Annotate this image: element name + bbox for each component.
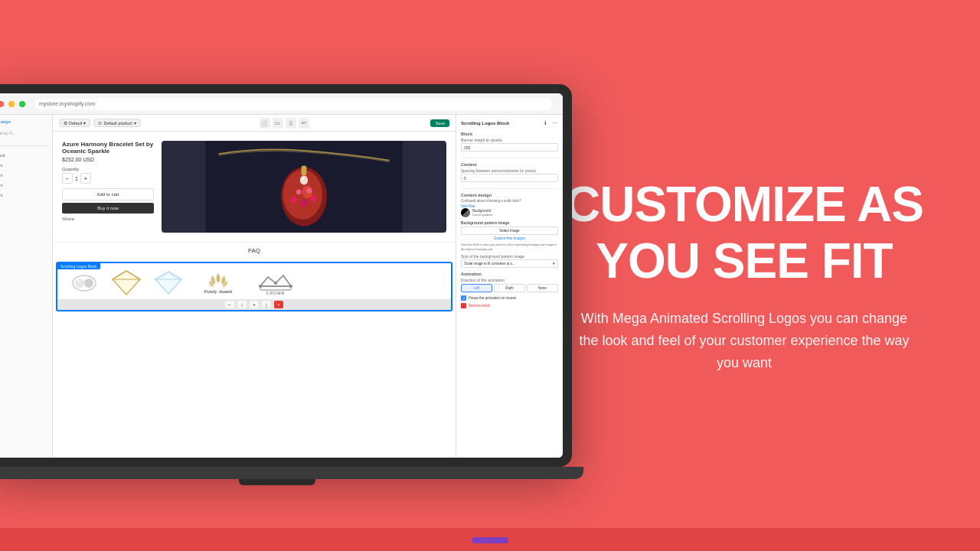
select-image-btn[interactable]: Select Image — [461, 227, 558, 235]
sidebar-item-3[interactable]: Item — [0, 171, 49, 179]
default-icon: ⚙ — [64, 120, 67, 126]
desktop-icon[interactable]: ⬜ — [260, 118, 270, 129]
explore-link[interactable]: Explore free Images — [461, 236, 558, 240]
default-product-dropdown[interactable]: ⊙ Default product ▾ — [93, 119, 140, 127]
logo-ctrl-5[interactable]: × — [274, 301, 283, 308]
svg-point-31 — [289, 285, 292, 288]
editor-main: ⚙ Default ▾ ⊙ Default product ▾ ⬜ — [53, 115, 456, 458]
default-label: Default — [69, 121, 82, 126]
pause-checkbox-row: ✓ Pause the animation on mouse — [461, 295, 558, 301]
sidebar-item-5[interactable]: Item — [0, 191, 49, 199]
right-text-section: CUSTOMIZE AS YOU SEE FIT With Mega Anima… — [539, 146, 980, 405]
logo-ctrl-4[interactable]: ⋮ — [262, 301, 271, 308]
headline-line2: YOU SEE FIT — [596, 233, 892, 289]
banner-height-label: Banner height (in pixels) — [461, 138, 558, 142]
product-chevron: ▾ — [134, 121, 136, 126]
right-panel: Scrolling Logos Block ℹ ⋯ Block Banner h… — [456, 115, 563, 458]
dot-green — [19, 101, 25, 107]
svg-text:Purely Jewels: Purely Jewels — [204, 289, 232, 294]
mobile-icon[interactable]: ▯ — [286, 118, 296, 129]
panel-info-icon[interactable]: ℹ — [541, 119, 549, 127]
bottom-bar — [0, 528, 980, 551]
svg-point-10 — [302, 178, 304, 180]
buy-now-btn[interactable]: Buy it now — [62, 203, 154, 214]
topbar-icons-group: ⬜ ▭ ▯ ↩ — [260, 118, 309, 129]
pause-label: Pause the animation on mouse — [469, 296, 516, 300]
bg-pattern-label: Background pattern image — [461, 220, 558, 225]
svg-point-4 — [291, 197, 298, 204]
sidebar-item-4[interactable]: Item — [0, 181, 49, 189]
sidebar-item-2[interactable]: Item — [0, 161, 49, 169]
remove-block-row: Remove block — [461, 303, 558, 308]
svg-point-30 — [274, 282, 277, 285]
background-option: Background Linear gradient — [461, 208, 558, 217]
svg-rect-11 — [302, 166, 307, 176]
logo-ctrl-2[interactable]: ↓ — [237, 301, 247, 308]
content-section-title: Content — [461, 162, 558, 167]
product-icon: ⊙ — [98, 120, 102, 126]
panel-divider-1 — [461, 158, 558, 158]
logo-1 — [69, 269, 100, 296]
bg-size-label: Size of the background pattern image — [461, 254, 558, 259]
dir-none-btn[interactable]: None — [527, 284, 558, 292]
banner-height-input[interactable] — [461, 143, 558, 152]
undo-icon[interactable]: ↩ — [299, 118, 309, 129]
product-price: $232.00 USD — [62, 157, 154, 162]
panel-icons: ℹ ⋯ — [541, 119, 558, 127]
svg-point-8 — [306, 188, 312, 194]
img-btn-row: Select Image — [461, 227, 558, 235]
panel-header: Scrolling Logos Block ℹ ⋯ — [461, 119, 558, 127]
dir-right-btn[interactable]: Right — [494, 284, 525, 292]
save-button[interactable]: Save — [430, 119, 449, 127]
logo-ctrl-3[interactable]: + — [250, 301, 259, 308]
content-design-title: Content design — [461, 193, 558, 197]
default-chevron: ▾ — [83, 121, 86, 126]
logo-ctrl-1[interactable]: ← — [225, 301, 234, 308]
product-content: Azure Harmony Bracelet Set by Oceanic Sp… — [53, 132, 456, 242]
pause-checkbox[interactable]: ✓ — [461, 295, 466, 301]
share-link[interactable]: Share — [62, 217, 154, 221]
faq-section: FAQ — [53, 242, 456, 259]
faq-label: FAQ — [248, 247, 260, 254]
svg-point-9 — [300, 175, 308, 184]
qty-plus[interactable]: + — [80, 173, 91, 184]
quantity-control: − 1 + — [62, 173, 154, 184]
left-sidebar: Change ...set by O... Block Item Item It… — [0, 115, 53, 458]
direction-btns: Left Right None — [461, 284, 558, 292]
laptop-section: mystore.myshopify.com Change ...set by O… — [0, 0, 539, 551]
sidebar-change[interactable]: Change — [0, 118, 49, 126]
default-dropdown[interactable]: ⚙ Default ▾ — [59, 119, 90, 127]
bottom-btn[interactable] — [472, 537, 508, 543]
svg-point-7 — [296, 189, 302, 194]
panel-more-icon[interactable]: ⋯ — [550, 119, 558, 127]
url-text: mystore.myshopify.com — [39, 101, 95, 106]
panel-divider-2 — [461, 188, 558, 189]
dir-left-btn[interactable]: Left — [461, 284, 492, 292]
dot-red — [0, 101, 4, 107]
headline-line1: CUSTOMIZE AS — [565, 177, 923, 232]
bg-size-value: Scale image to fit container at s... — [464, 262, 515, 266]
small-text-block: Use this field in case you want to add a… — [461, 243, 558, 251]
remove-label[interactable]: Remove block — [469, 304, 491, 308]
product-info: Azure Harmony Bracelet Set by Oceanic Sp… — [62, 141, 154, 233]
svg-marker-17 — [113, 271, 140, 295]
browser-url: mystore.myshopify.com — [34, 98, 552, 110]
logo-2 — [111, 269, 142, 296]
tablet-icon[interactable]: ▭ — [273, 118, 283, 129]
laptop-body: mystore.myshopify.com Change ...set by O… — [0, 84, 572, 467]
logos-strip: Purely Jewels — [57, 263, 451, 299]
svg-text:CROWN: CROWN — [266, 291, 285, 295]
svg-marker-22 — [155, 272, 181, 294]
spacing-input[interactable] — [461, 174, 558, 182]
bg-size-dropdown[interactable]: Scale image to fit container at s... ▾ — [461, 259, 558, 268]
dot-yellow — [8, 101, 15, 107]
add-to-cart-btn[interactable]: Add to cart — [62, 188, 154, 201]
laptop-screen: mystore.myshopify.com Change ...set by O… — [0, 93, 563, 458]
dropdown-chevron: ▾ — [553, 262, 555, 266]
product-image — [162, 141, 446, 233]
bg-type: Linear gradient — [472, 213, 493, 217]
svg-point-13 — [75, 279, 84, 288]
qty-minus[interactable]: − — [62, 173, 73, 184]
product-preview: Azure Harmony Bracelet Set by Oceanic Sp… — [53, 132, 456, 458]
sidebar-item-block[interactable]: Block — [0, 152, 49, 159]
